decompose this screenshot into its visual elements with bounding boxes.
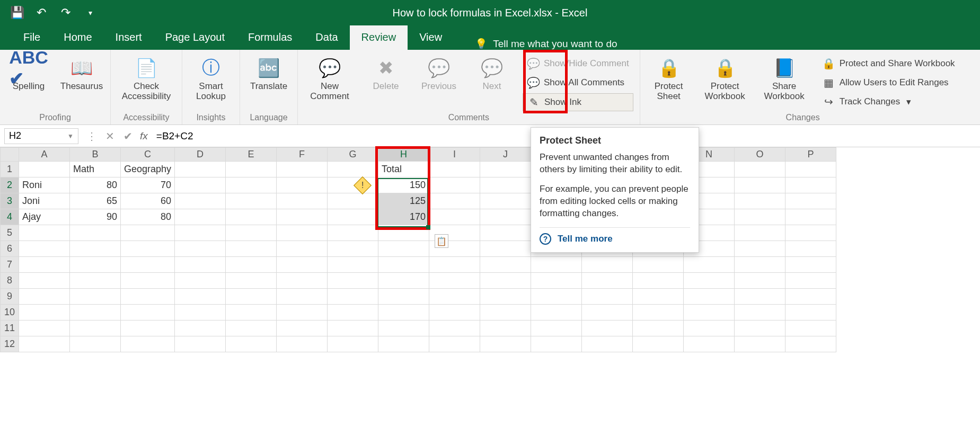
- cell-I4[interactable]: [429, 209, 480, 225]
- col-header-A[interactable]: A: [19, 148, 70, 162]
- cell-F1[interactable]: [277, 162, 328, 177]
- smart-lookup-button[interactable]: ⓘ Smart Lookup: [189, 53, 233, 101]
- row-header-3[interactable]: 3: [1, 193, 19, 209]
- cell-C11[interactable]: [121, 321, 175, 336]
- cell-J10[interactable]: [480, 305, 531, 321]
- row-header-6[interactable]: 6: [1, 241, 19, 257]
- save-icon[interactable]: 💾: [10, 5, 24, 20]
- cell-I7[interactable]: [429, 257, 480, 273]
- cell-K7[interactable]: [531, 257, 582, 273]
- cell-B2[interactable]: 80: [70, 177, 121, 193]
- cell-P5[interactable]: [785, 225, 836, 241]
- cell-F2[interactable]: [277, 177, 328, 193]
- col-header-C[interactable]: C: [121, 148, 175, 162]
- cell-I1[interactable]: [429, 162, 480, 177]
- cell-P3[interactable]: [785, 193, 836, 209]
- cell-D8[interactable]: [175, 273, 226, 289]
- cell-H2[interactable]: 150: [378, 177, 429, 193]
- protect-workbook-button[interactable]: 🔒 Protect Workbook: [700, 53, 751, 101]
- name-box[interactable]: H2 ▼: [4, 128, 78, 144]
- cell-A6[interactable]: [19, 241, 70, 257]
- allow-users-edit-button[interactable]: ▦ Allow Users to Edit Ranges: [818, 74, 959, 91]
- paste-options-icon[interactable]: 📋: [435, 234, 448, 248]
- cell-E3[interactable]: [226, 193, 277, 209]
- worksheet-grid[interactable]: A B C D E F G H I J K L M N O P 1MathGeo…: [0, 147, 980, 352]
- cell-C9[interactable]: [121, 289, 175, 305]
- cell-H9[interactable]: [378, 289, 429, 305]
- cell-G8[interactable]: [328, 273, 378, 289]
- col-header-E[interactable]: E: [226, 148, 277, 162]
- row-header-12[interactable]: 12: [1, 336, 19, 352]
- cell-H4[interactable]: 170: [378, 209, 429, 225]
- cell-E10[interactable]: [226, 305, 277, 321]
- cell-G6[interactable]: [328, 241, 378, 257]
- enter-icon[interactable]: ✔: [119, 130, 137, 143]
- spelling-button[interactable]: ABC✔ Spelling: [6, 53, 51, 92]
- cell-A1[interactable]: [19, 162, 70, 177]
- cell-I9[interactable]: [429, 289, 480, 305]
- cell-J9[interactable]: [480, 289, 531, 305]
- col-header-H[interactable]: H: [378, 148, 429, 162]
- cell-D3[interactable]: [175, 193, 226, 209]
- cell-O2[interactable]: [735, 177, 785, 193]
- cell-I2[interactable]: [429, 177, 480, 193]
- cell-A7[interactable]: [19, 257, 70, 273]
- cell-O12[interactable]: [735, 336, 785, 352]
- cell-C4[interactable]: 80: [121, 209, 175, 225]
- cell-C1[interactable]: Geography: [121, 162, 175, 177]
- cell-O7[interactable]: [735, 257, 785, 273]
- cell-A8[interactable]: [19, 273, 70, 289]
- cell-H5[interactable]: [378, 225, 429, 241]
- cell-O10[interactable]: [735, 305, 785, 321]
- qat-customize-icon[interactable]: ▾: [83, 5, 98, 20]
- cell-N8[interactable]: [684, 273, 735, 289]
- selection-handle[interactable]: [426, 225, 430, 229]
- cell-G3[interactable]: [328, 193, 378, 209]
- tab-formulas[interactable]: Formulas: [236, 25, 304, 50]
- show-ink-button[interactable]: ✎ Show Ink: [523, 93, 633, 111]
- cell-F12[interactable]: [277, 336, 328, 352]
- fx-icon[interactable]: fx: [137, 130, 151, 142]
- cell-A12[interactable]: [19, 336, 70, 352]
- cell-E11[interactable]: [226, 321, 277, 336]
- cell-G9[interactable]: [328, 289, 378, 305]
- cell-L10[interactable]: [582, 305, 633, 321]
- cell-F4[interactable]: [277, 209, 328, 225]
- tab-file[interactable]: File: [12, 25, 52, 50]
- col-header-O[interactable]: O: [735, 148, 785, 162]
- cell-P11[interactable]: [785, 321, 836, 336]
- cell-D1[interactable]: [175, 162, 226, 177]
- cell-M11[interactable]: [633, 321, 684, 336]
- tab-home[interactable]: Home: [52, 25, 103, 50]
- cell-J4[interactable]: [480, 209, 531, 225]
- cell-D7[interactable]: [175, 257, 226, 273]
- cell-D11[interactable]: [175, 321, 226, 336]
- cell-C12[interactable]: [121, 336, 175, 352]
- cell-J5[interactable]: [480, 225, 531, 241]
- cell-D10[interactable]: [175, 305, 226, 321]
- cell-A10[interactable]: [19, 305, 70, 321]
- cancel-icon[interactable]: ✕: [101, 130, 119, 143]
- cell-J6[interactable]: [480, 241, 531, 257]
- cell-C7[interactable]: [121, 257, 175, 273]
- cell-E12[interactable]: [226, 336, 277, 352]
- cell-C5[interactable]: [121, 225, 175, 241]
- cell-E6[interactable]: [226, 241, 277, 257]
- dropdown-icon[interactable]: ▼: [67, 132, 74, 140]
- col-header-G[interactable]: G: [328, 148, 378, 162]
- cell-H12[interactable]: [378, 336, 429, 352]
- cell-H11[interactable]: [378, 321, 429, 336]
- cell-B11[interactable]: [70, 321, 121, 336]
- tell-me-more-link[interactable]: ? Tell me more: [540, 233, 690, 245]
- cell-P6[interactable]: [785, 241, 836, 257]
- cell-I11[interactable]: [429, 321, 480, 336]
- track-changes-button[interactable]: ↪ Track Changes▾: [818, 93, 959, 110]
- protect-sheet-button[interactable]: 🔒 Protect Sheet: [647, 53, 691, 101]
- cell-P8[interactable]: [785, 273, 836, 289]
- cell-K9[interactable]: [531, 289, 582, 305]
- row-header-7[interactable]: 7: [1, 257, 19, 273]
- col-header-I[interactable]: I: [429, 148, 480, 162]
- thesaurus-button[interactable]: 📖 Thesaurus: [59, 53, 104, 92]
- cell-B10[interactable]: [70, 305, 121, 321]
- cell-O1[interactable]: [735, 162, 785, 177]
